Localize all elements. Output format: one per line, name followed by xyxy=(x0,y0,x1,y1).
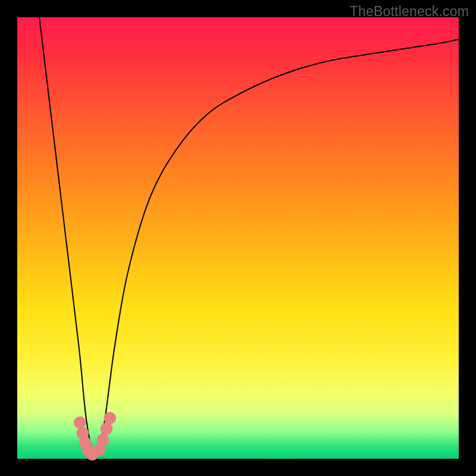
marker-dot xyxy=(100,422,112,435)
bottleneck-curve-path xyxy=(39,17,459,455)
plot-area xyxy=(17,17,459,459)
marker-dot xyxy=(104,412,116,424)
chart-svg xyxy=(17,17,459,459)
marker-points xyxy=(74,412,116,461)
marker-dot xyxy=(74,416,86,429)
bottleneck-curve xyxy=(39,17,459,455)
chart-frame: TheBottleneck.com xyxy=(0,0,476,476)
marker-dot xyxy=(97,434,109,446)
